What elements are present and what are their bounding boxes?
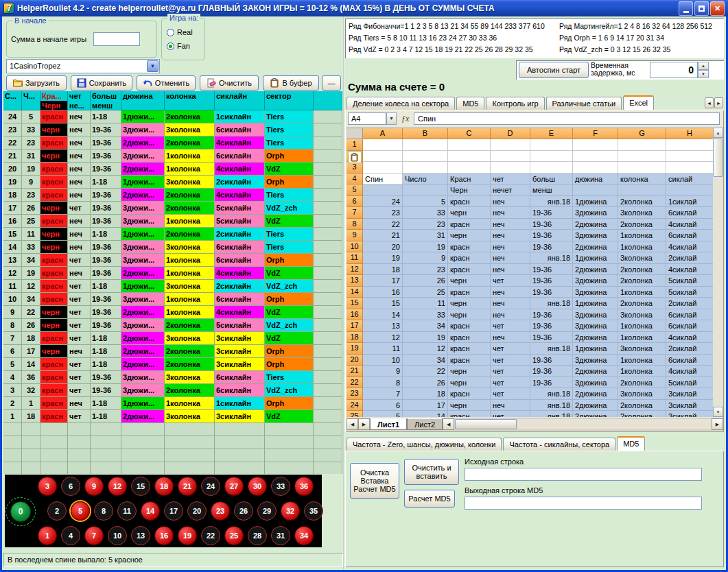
excel-cell-B9[interactable]: 31 [403,230,448,241]
wheel-number-35[interactable]: 35 [304,501,323,521]
chevron-down-icon[interactable]: ▼ [147,60,158,72]
table-row[interactable]: 1433черннеч19-363дюжи...3колонка6сиклайн… [3,241,342,254]
excel-cell-D23[interactable]: чет [491,388,530,400]
wheel-number-25[interactable]: 25 [224,526,244,545]
excel-cell-A23[interactable]: 7 [363,388,403,400]
excel-row-header-15[interactable]: 15 [347,298,363,309]
excel-row-header-6[interactable]: 6 [347,196,363,208]
md5-clear-and-paste-button[interactable]: Очистить и вставить [404,459,459,485]
wheel-number-13[interactable]: 13 [131,526,150,545]
excel-row-header-25[interactable]: 25 [347,411,363,417]
excel-cell-F23[interactable]: 2дюжина [573,388,618,400]
excel-cell-E19[interactable]: янв.18 [530,343,573,355]
wheel-number-8[interactable]: 8 [94,501,113,521]
excel-cell-G1[interactable] [618,139,666,151]
table-row[interactable]: 826чернчет19-363дюжи...2колонка5сиклайнV… [3,319,342,332]
wheel-number-11[interactable]: 11 [117,501,137,521]
hscroll-left-icon[interactable]: ◀ [443,418,454,430]
tab-sectors[interactable]: Деление колеса на сектора [347,97,455,110]
excel-cell-H25[interactable]: 3сиклай [666,411,714,417]
excel-cell-C20[interactable]: красн [448,355,491,366]
md5-calc-button[interactable]: Расчет MD5 [404,490,455,508]
excel-row-header-12[interactable]: 12 [347,264,363,276]
excel-cell-D1[interactable] [491,139,530,151]
table-row[interactable]: 1034краснчет19-363дюжи...1колонка6сиклай… [3,293,342,306]
excel-row-header-20[interactable]: 20 [347,355,363,366]
excel-cell-B13[interactable]: 26 [403,275,448,287]
wheel-number-4[interactable]: 4 [61,526,80,545]
excel-cell-E4[interactable]: больш [530,174,573,185]
excel-cell-A9[interactable]: 21 [363,230,403,241]
excel-cell-E14[interactable]: 19-36 [530,287,573,298]
table-row[interactable]: 1511черннеч1-181дюжи...2колонка2сиклайнT… [3,228,342,241]
excel-cell-A6[interactable]: 24 [363,196,403,208]
excel-cell-H24[interactable]: 3сиклай [666,400,714,412]
excel-cell-F21[interactable]: 2дюжина [573,366,618,377]
excel-cell-H22[interactable]: 5сиклай [666,377,714,389]
wheel-number-5[interactable]: 5 [71,501,90,521]
excel-cell-F13[interactable]: 3дюжина [573,275,618,287]
excel-cell-C23[interactable]: красн [448,388,491,400]
excel-cell-E16[interactable]: 19-36 [530,309,573,321]
excel-cell-A22[interactable]: 8 [363,377,403,389]
excel-cell-E25[interactable]: янв.18 [530,411,573,417]
excel-formula-bar[interactable]: Спин [414,112,720,125]
load-button[interactable]: Загрузить [6,75,67,91]
excel-row-header-13[interactable]: 13 [347,275,363,287]
excel-cell-E12[interactable]: 19-36 [530,264,573,276]
excel-cell-E23[interactable]: янв.18 [530,388,573,400]
excel-cell-B19[interactable]: 12 [403,343,448,355]
excel-row-header-16[interactable]: 16 [347,309,363,321]
excel-row-header-4[interactable]: 4 [347,174,363,185]
excel-cell-D6[interactable]: неч [491,196,530,208]
excel-cell-D17[interactable]: чет [491,320,530,332]
wheel-number-6[interactable]: 6 [61,477,80,496]
excel-column-header-D[interactable]: D [491,128,530,139]
excel-cell-A5[interactable] [363,184,403,196]
close-button[interactable]: ✕ [710,1,725,16]
excel-cell-E20[interactable]: 19-36 [530,355,573,366]
excel-cell-C6[interactable]: красн [448,196,491,208]
delay-input[interactable]: 0 [650,62,698,78]
excel-cell-H13[interactable]: 5сиклай [666,275,714,287]
excel-cell-E17[interactable]: 19-36 [530,320,573,332]
wheel-number-33[interactable]: 33 [271,477,290,496]
excel-cell-F9[interactable]: 3дюжина [573,230,618,241]
scroll-down-icon[interactable]: ▼ [713,407,723,417]
excel-cell-A24[interactable]: 6 [363,400,403,412]
excel-column-header-G[interactable]: G [618,128,666,139]
table-row[interactable]: 718краснчет1-182дюжи...3колонка3сиклайнV… [3,332,342,345]
wheel-number-22[interactable]: 22 [201,526,220,545]
excel-row-header-22[interactable]: 22 [347,377,363,389]
wheel-number-29[interactable]: 29 [257,501,277,521]
wheel-number-7[interactable]: 7 [84,526,104,545]
tabs-scroll-left-icon[interactable]: ◄ [705,97,714,108]
excel-cell-C15[interactable]: черн [448,298,491,309]
excel-cell-E1[interactable] [530,139,573,151]
excel-cell-E5[interactable]: менш [530,184,573,196]
excel-cell-B11[interactable]: 9 [403,252,448,264]
excel-cell-A18[interactable]: 12 [363,332,403,344]
excel-row-header-23[interactable]: 23 [347,388,363,400]
excel-cell-D25[interactable]: чет [491,411,530,417]
excel-cell-C19[interactable]: красн [448,343,491,355]
table-row[interactable]: 118краснчет1-182дюжи...3колонка3сиклайнV… [3,410,342,423]
table-row[interactable]: 1726чернчет19-363дюжи...2колонка5сиклайн… [3,202,342,215]
excel-cell-B14[interactable]: 25 [403,287,448,298]
hscroll-right-icon[interactable]: ▶ [712,418,723,430]
tabs-scroll-right-icon[interactable]: ► [714,97,723,108]
excel-cell-A17[interactable]: 13 [363,320,403,332]
excel-cell-G5[interactable] [618,184,666,196]
excel-cell-C2[interactable] [448,151,491,163]
excel-cell-G9[interactable]: 1колонка [618,230,666,241]
wheel-number-23[interactable]: 23 [211,501,230,521]
fx-icon[interactable]: ƒx [401,114,409,124]
table-row[interactable]: 199красннеч1-181дюжи...3колонка2сиклайнO… [3,176,342,189]
excel-cell-G22[interactable]: 2колонка [618,377,666,389]
wheel-number-31[interactable]: 31 [271,526,290,545]
excel-cell-H2[interactable] [666,151,714,163]
excel-cell-A4[interactable]: Спин [363,174,403,185]
excel-cell-D19[interactable]: чет [491,343,530,355]
excel-cell-D13[interactable]: чет [491,275,530,287]
excel-cell-A10[interactable]: 20 [363,241,403,253]
